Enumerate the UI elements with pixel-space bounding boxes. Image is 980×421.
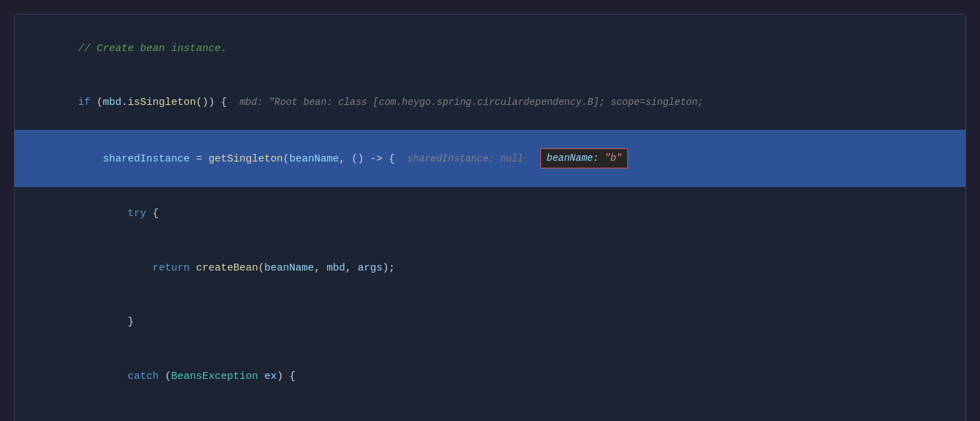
- plain-7c: ) {: [277, 371, 295, 382]
- tooltip-colon: :: [593, 153, 605, 164]
- comment-create-bean: // Create bean instance.: [78, 43, 227, 55]
- var-mbd-5: mbd: [326, 262, 345, 274]
- code-line-6: }: [14, 295, 966, 350]
- indent-6: [78, 316, 128, 328]
- var-beanname-3: beanName: [289, 153, 339, 164]
- plain-2c: ()) {: [196, 97, 239, 108]
- hint-sharedinstance: sharedInstance: null: [407, 153, 535, 164]
- plain-5e: );: [382, 262, 395, 274]
- tooltip-beanname: beanName: "b": [540, 148, 628, 169]
- var-ex: ex: [264, 371, 277, 382]
- method-getsingleton: getSingleton: [208, 153, 283, 164]
- plain-2b: .: [121, 97, 128, 108]
- indent-4: [78, 208, 128, 219]
- plain-5b: (: [258, 262, 264, 274]
- method-createbean: createBean: [196, 262, 258, 274]
- code-window: // Create bean instance. if (mbd.isSingl…: [14, 14, 966, 421]
- method-issingleton: isSingleton: [128, 97, 196, 108]
- plain-4: {: [146, 208, 159, 219]
- indent-7: [78, 371, 128, 382]
- kw-return: return: [153, 262, 190, 274]
- code-line-8: // Explicitly remove instance from singl…: [14, 404, 966, 421]
- plain-3a: =: [190, 153, 208, 164]
- code-line-4: try {: [14, 187, 966, 242]
- plain-2a: (: [90, 97, 103, 108]
- var-args-5: args: [357, 262, 382, 274]
- plain-7a: (: [159, 371, 171, 382]
- var-mbd: mbd: [103, 97, 121, 108]
- kw-catch: catch: [128, 371, 159, 382]
- type-beansexception: BeansException: [171, 371, 258, 382]
- brace-6: }: [128, 316, 134, 328]
- kw-try: try: [128, 208, 146, 219]
- tooltip-val: "b": [605, 153, 622, 164]
- code-line-5: return createBean(beanName, mbd, args);: [14, 241, 966, 295]
- plain-3b: (: [283, 153, 289, 164]
- tooltip-key: beanName: [547, 153, 593, 164]
- indent-5: [78, 262, 153, 274]
- plain-5c: ,: [314, 262, 326, 274]
- indent-3: [78, 153, 103, 164]
- kw-if: if: [78, 97, 90, 108]
- plain-7b: [258, 371, 264, 382]
- code-line-2: if (mbd.isSingleton()) { mbd: "Root bean…: [14, 76, 966, 130]
- code-line-1: // Create bean instance.: [14, 21, 966, 76]
- code-line-7: catch (BeansException ex) {: [14, 349, 966, 404]
- code-line-3: sharedInstance = getSingleton(beanName, …: [14, 130, 966, 187]
- var-beanname-5: beanName: [264, 262, 314, 274]
- code-content: // Create bean instance. if (mbd.isSingl…: [14, 14, 966, 421]
- plain-5d: ,: [345, 262, 357, 274]
- plain-3c: , () -> {: [339, 153, 407, 164]
- plain-5a: [190, 262, 196, 274]
- var-sharedinstance: sharedInstance: [103, 153, 190, 164]
- hint-mbd: mbd: "Root bean: class [com.heygo.spring…: [239, 97, 703, 108]
